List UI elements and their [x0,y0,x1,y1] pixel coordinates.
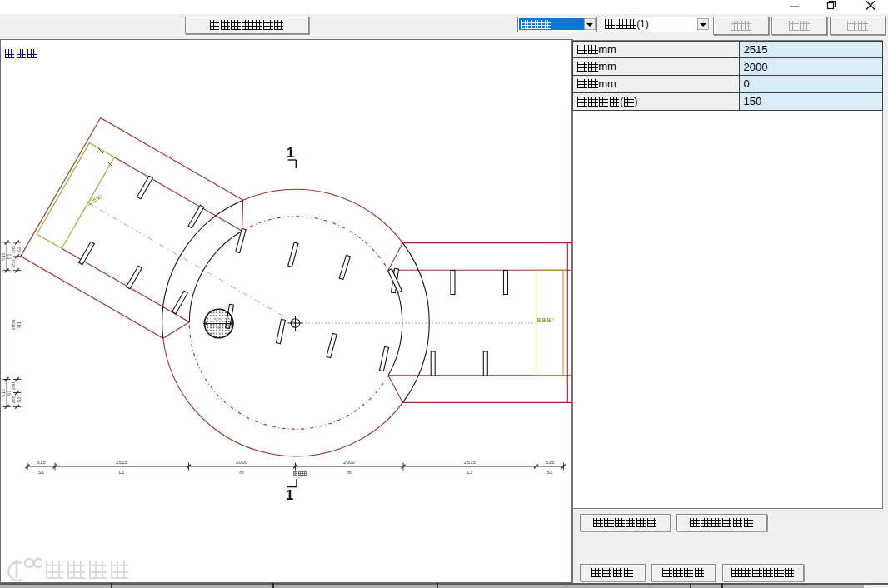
svg-text:265: 265 [11,396,16,404]
svg-text:265: 265 [11,246,16,254]
svg-text:96: 96 [215,325,220,330]
svg-text:525: 525 [214,317,222,322]
svg-text:rb: rb [347,470,352,475]
svg-text:1: 1 [286,487,293,503]
svg-text:2000: 2000 [236,459,247,465]
svg-text:515: 515 [546,459,555,465]
svg-text:S1: S1 [546,470,553,475]
svg-text:2515: 2515 [116,459,127,465]
svg-text:515: 515 [1,252,6,261]
svg-text:2515: 2515 [464,459,476,465]
svg-text:S1: S1 [7,390,12,396]
svg-text:S2: S2 [17,396,22,402]
svg-text:2000: 2000 [343,459,355,465]
svg-text:S1: S1 [38,470,45,475]
svg-text:S2: S2 [17,247,22,252]
svg-text:S1: S1 [7,253,12,259]
svg-text:250: 250 [11,382,16,391]
svg-text:515: 515 [37,459,46,465]
svg-text:250: 250 [11,259,16,267]
svg-text:L1: L1 [119,470,125,475]
svg-text:rb: rb [239,470,244,475]
svg-text:515: 515 [1,389,6,397]
svg-text:2050: 2050 [11,320,16,331]
svg-text:R1: R1 [17,321,22,327]
svg-text:L2: L2 [467,470,473,475]
svg-text:1: 1 [287,145,294,161]
